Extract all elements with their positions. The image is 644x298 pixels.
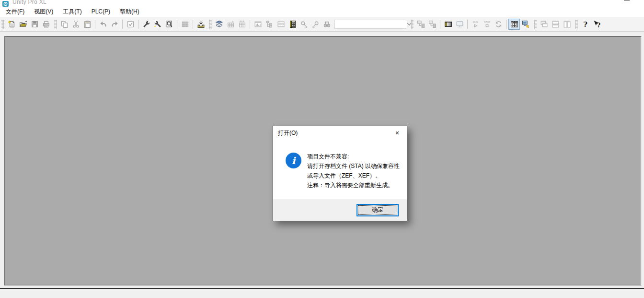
paste-icon [83,20,92,28]
doc-new-icon [8,20,16,28]
transfer-from-plc-button [426,19,438,30]
analyze-doc-icon [165,20,173,28]
copy-icon [60,20,69,28]
new-project-button[interactable] [6,19,17,30]
search-input[interactable] [335,21,407,28]
import-file-button[interactable] [195,19,207,30]
tile-horizontal-button [550,19,561,30]
search-combobox[interactable] [334,20,406,29]
search-next-icon [300,20,308,28]
undo-icon [99,20,107,28]
folder-open-icon [19,20,27,28]
app-icon [2,0,9,6]
find-icon [323,20,331,28]
plc-configuration-button[interactable] [442,19,454,30]
toolbar-separator [467,20,468,29]
toolbar-grip[interactable] [411,20,414,29]
menubar: 文件(F)视图(V)工具(T)PLC(P)帮助(H) [0,7,644,17]
toolbar-grip[interactable] [1,20,4,29]
build-section-button [236,19,248,30]
toolbar-grip[interactable] [54,20,57,29]
build-changes-button[interactable] [152,19,163,30]
plc-animate-button [493,19,504,30]
paste-button [81,19,93,30]
search-backward-button [310,19,321,30]
close-icon[interactable]: × [388,126,407,140]
search-prev-icon [311,20,320,28]
svg-text:?: ? [597,22,600,28]
dialog-title-bar[interactable]: 打开(O) × [273,126,407,140]
tree-icon [265,20,274,28]
svg-text:RUN: RUN [473,21,478,24]
svg-text:?: ? [583,20,587,28]
save-icon [31,20,39,28]
build-icon [154,20,162,28]
toolbar-separator [138,20,138,29]
help-button[interactable]: ? [579,19,591,30]
grid-new-icon [227,20,235,28]
project-browser-button [264,19,275,30]
toolbar-grip[interactable] [534,20,537,29]
analyze-button[interactable] [140,19,152,30]
cut-icon [72,20,80,28]
standard-mode-button[interactable] [520,19,531,30]
menu-view[interactable]: 视图(V) [29,7,58,17]
help-icon: ? [581,20,589,28]
context-help-icon: ? [593,20,601,28]
unity-pro-window: Unity Pro XL 文件(F)视图(V)工具(T)PLC(P)帮助(H) … [0,0,644,298]
data-grid-button [179,19,191,30]
print-icon [42,20,50,28]
message-line: 请打开存档文件 (STA) 以确保兼容性 [307,161,400,171]
menu-plc[interactable]: PLC(P) [87,7,115,17]
toolbar: RUNSTOP?? [0,17,644,32]
dialog-message: 项目文件不兼容: 请打开存档文件 (STA) 以确保兼容性 或导入文件（ZEF、… [307,152,400,199]
grid-build-icon [238,20,246,28]
title-bar[interactable]: Unity Pro XL [0,0,644,7]
keypad-icon [181,20,189,28]
toolbar-separator [177,20,177,29]
layers-icon [215,20,223,28]
validate-button [125,19,136,30]
cut-button [70,19,81,30]
status-bar [0,288,644,298]
redo-icon [111,20,119,28]
message-line: 项目文件不兼容: [307,152,400,161]
types-library-button[interactable] [213,19,225,30]
cascade-windows-button [538,19,550,30]
toolbar-separator [250,20,250,29]
library-browser-button[interactable] [287,19,298,30]
message-line: 注释：导入将需要全部重新生成。 [307,180,400,190]
menu-help[interactable]: 帮助(H) [115,7,144,17]
tile-h-icon [552,20,560,28]
analyze-project-button[interactable] [163,19,175,30]
toolbar-grip[interactable] [575,20,578,29]
hardware-catalog-button [252,19,264,30]
operator-screen-button [454,19,465,30]
print-button [40,19,52,30]
save-project-button [29,19,40,30]
toolbar-separator [193,20,193,29]
simulation-mode-button[interactable] [508,19,520,30]
stop-icon: STOP [483,20,491,28]
open-dialog: 打开(O) × i 项目文件不兼容: 请打开存档文件 (STA) 以确保兼容性 … [273,126,407,221]
toolbar-grip[interactable] [209,20,212,29]
analyze-icon [142,20,150,28]
toolbar-separator [95,20,95,29]
toolbar-separator [506,20,506,29]
run-icon: RUN [472,20,480,28]
cascade-icon [540,20,548,28]
open-project-button[interactable] [17,19,29,30]
ok-button[interactable]: 确定 [356,204,399,216]
tile-vertical-button [561,19,573,30]
data-editor-button [275,19,287,30]
screen-icon [456,20,464,28]
context-help-button[interactable]: ? [591,19,602,30]
menu-file[interactable]: 文件(F) [1,7,29,17]
validate-icon [126,20,135,28]
download-plc-icon [417,20,425,28]
copy-button [58,19,70,30]
menu-tools[interactable]: 工具(T) [58,7,86,17]
dialog-title: 打开(O) [273,129,298,137]
tile-v-icon [563,20,571,28]
minimize-icon[interactable] [624,0,630,1]
